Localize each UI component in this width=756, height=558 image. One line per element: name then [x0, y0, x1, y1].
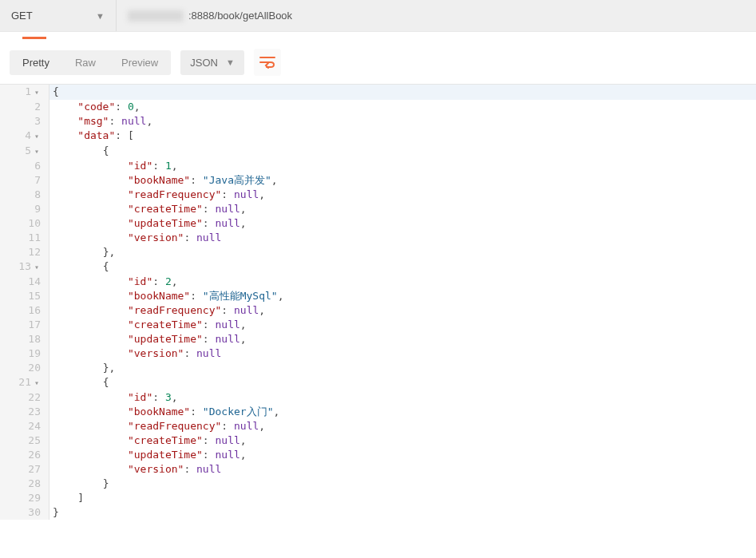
response-body-viewer[interactable]: 1▾{2 "code": 0,3 "msg": null,4▾ "data": …	[0, 84, 756, 520]
line-number: 7	[0, 173, 49, 188]
code-content: "bookName": "高性能MySql",	[49, 289, 283, 303]
code-content: "msg": null,	[49, 114, 152, 129]
line-number: 15	[0, 289, 49, 303]
code-content: ]	[49, 491, 84, 505]
response-controls: Pretty Raw Preview JSON ▼	[0, 39, 756, 84]
code-line: 3 "msg": null,	[0, 114, 756, 129]
url-input[interactable]: :8888/book/getAllBook	[117, 0, 756, 31]
code-line: 9 "createTime": null,	[0, 202, 756, 216]
code-line: 30}	[0, 505, 756, 520]
fold-toggle-icon[interactable]: ▾	[33, 144, 41, 159]
line-number: 20	[0, 361, 49, 375]
tab-preview[interactable]: Preview	[109, 50, 171, 75]
code-content: "code": 0,	[49, 100, 141, 114]
line-number: 3	[0, 114, 49, 129]
line-number: 28	[0, 477, 49, 491]
url-obscured-part	[128, 10, 184, 22]
code-content: "bookName": "Java高并发",	[49, 173, 278, 188]
line-number: 4▾	[0, 129, 49, 144]
line-number: 21▾	[0, 375, 49, 390]
code-content: "createTime": null,	[49, 202, 247, 216]
code-content: "readFrequency": null,	[49, 303, 265, 318]
url-visible-part: :8888/book/getAllBook	[188, 10, 292, 22]
line-number: 25	[0, 433, 49, 448]
line-number: 2	[0, 100, 49, 114]
code-content: {	[49, 259, 109, 275]
wrap-lines-icon	[259, 56, 275, 69]
code-line: 5▾ {	[0, 144, 756, 159]
chevron-down-icon: ▼	[96, 11, 105, 21]
code-line: 19 "version": null	[0, 346, 756, 361]
code-line: 6 "id": 1,	[0, 159, 756, 173]
code-line: 16 "readFrequency": null,	[0, 303, 756, 318]
tab-raw[interactable]: Raw	[62, 50, 109, 75]
code-line: 7 "bookName": "Java高并发",	[0, 173, 756, 188]
code-content: "data": [	[49, 129, 134, 144]
line-number: 5▾	[0, 144, 49, 159]
code-line: 18 "updateTime": null,	[0, 332, 756, 346]
code-content: "bookName": "Docker入门",	[49, 405, 279, 419]
code-content: "readFrequency": null,	[49, 188, 265, 202]
code-line: 23 "bookName": "Docker入门",	[0, 405, 756, 419]
line-number: 26	[0, 448, 49, 462]
code-line: 4▾ "data": [	[0, 129, 756, 144]
line-number: 17	[0, 318, 49, 332]
code-line: 26 "updateTime": null,	[0, 448, 756, 462]
line-number: 16	[0, 303, 49, 318]
line-number: 18	[0, 332, 49, 346]
code-line: 22 "id": 3,	[0, 390, 756, 405]
code-line: 17 "createTime": null,	[0, 318, 756, 332]
code-line: 10 "updateTime": null,	[0, 216, 756, 231]
line-number: 10	[0, 216, 49, 231]
code-content: "id": 3,	[49, 390, 178, 405]
code-content: "readFrequency": null,	[49, 419, 265, 433]
line-number: 29	[0, 491, 49, 505]
http-method-dropdown[interactable]: GET ▼	[0, 0, 117, 31]
format-dropdown[interactable]: JSON ▼	[180, 50, 244, 75]
fold-toggle-icon[interactable]: ▾	[33, 260, 41, 275]
line-number: 13▾	[0, 259, 49, 275]
line-number: 23	[0, 405, 49, 419]
request-bar: GET ▼ :8888/book/getAllBook	[0, 0, 756, 32]
code-line: 20 },	[0, 361, 756, 375]
line-number: 12	[0, 245, 49, 259]
code-line: 21▾ {	[0, 375, 756, 390]
code-content: "version": null	[49, 346, 221, 361]
code-content: }	[49, 477, 109, 491]
code-content: "createTime": null,	[49, 433, 247, 448]
code-content: "version": null	[49, 462, 221, 477]
code-line: 25 "createTime": null,	[0, 433, 756, 448]
format-value: JSON	[190, 57, 218, 69]
code-content: "id": 1,	[49, 159, 178, 173]
code-line: 2 "code": 0,	[0, 100, 756, 114]
code-content: "updateTime": null,	[49, 332, 247, 346]
tab-pretty[interactable]: Pretty	[10, 50, 62, 75]
code-line: 1▾{	[0, 85, 756, 100]
code-content: {	[49, 85, 59, 100]
code-content: }	[49, 505, 59, 520]
code-content: {	[49, 375, 109, 390]
line-number: 27	[0, 462, 49, 477]
code-line: 14 "id": 2,	[0, 275, 756, 289]
code-line: 24 "readFrequency": null,	[0, 419, 756, 433]
line-number: 14	[0, 275, 49, 289]
code-content: "id": 2,	[49, 275, 178, 289]
line-number: 1▾	[0, 85, 49, 100]
fold-toggle-icon[interactable]: ▾	[33, 376, 41, 390]
code-line: 15 "bookName": "高性能MySql",	[0, 289, 756, 303]
fold-toggle-icon[interactable]: ▾	[33, 129, 41, 144]
code-line: 28 }	[0, 477, 756, 491]
code-line: 27 "version": null	[0, 462, 756, 477]
line-number: 8	[0, 188, 49, 202]
line-number: 11	[0, 231, 49, 245]
code-line: 29 ]	[0, 491, 756, 505]
fold-toggle-icon[interactable]: ▾	[33, 85, 41, 100]
code-content: {	[49, 144, 109, 159]
chevron-down-icon: ▼	[226, 57, 235, 67]
line-number: 9	[0, 202, 49, 216]
wrap-lines-button[interactable]	[254, 49, 281, 76]
http-method-value: GET	[11, 10, 33, 22]
code-line: 11 "version": null	[0, 231, 756, 245]
code-content: "createTime": null,	[49, 318, 247, 332]
view-mode-tabs: Pretty Raw Preview	[10, 50, 171, 75]
